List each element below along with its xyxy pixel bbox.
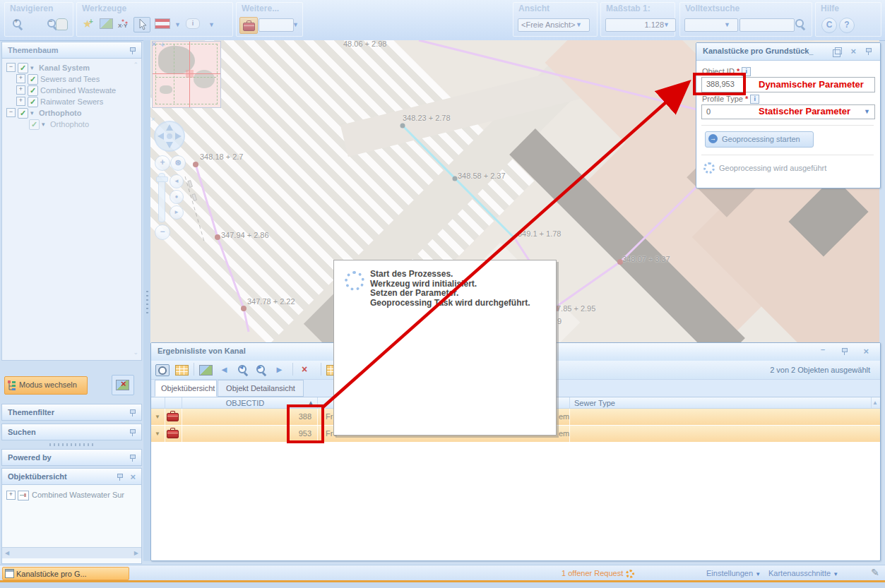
result-table-icon (18, 491, 29, 500)
maptip-balloon-icon[interactable]: i (186, 18, 200, 29)
splitter-grip (146, 291, 148, 316)
massstab-dropdown-icon[interactable]: ▼ (663, 21, 670, 28)
value-cell-fragment: em (559, 412, 569, 421)
divider (701, 125, 874, 126)
themenbaum-tree: −✓▾ Kanal System +✓ Sewers and Tees +✓ C… (1, 59, 142, 361)
group-label: Maßstab 1: (606, 4, 651, 13)
previous-object-icon[interactable]: ◄ (220, 365, 229, 375)
tree-item-orthophoto[interactable]: ✓▾ Orthophoto (2, 119, 141, 131)
tab-objektuebersicht[interactable]: Objektübersicht (155, 380, 217, 397)
toolbar-group-massstab: Maßstab 1: 1.128 ▼ (600, 2, 675, 37)
suchen-panel-header[interactable]: Suchen (1, 424, 142, 440)
powered-by-panel-header[interactable]: Powered by (1, 449, 142, 466)
taskbar: Kanalstücke pro G... 1 offener Request E… (0, 565, 885, 581)
close-icon[interactable]: × (850, 47, 856, 55)
modus-wechseln-button[interactable]: Modus wechseln (4, 376, 88, 395)
column-header-objectid[interactable]: OBJECTID (182, 399, 309, 407)
panel-header[interactable]: Kanalstücke pro Grundstück_ × (696, 43, 880, 61)
volltextsuche-dropdown-icon[interactable]: ▼ (724, 21, 730, 28)
sort-ascending-icon[interactable]: ▲ (308, 400, 314, 406)
scroll-left-icon[interactable]: ◀ (5, 550, 9, 556)
xy-coordinate-icon[interactable]: X·Y (117, 18, 130, 28)
progress-line: Start des Prozesses. (370, 270, 530, 280)
tree-item-sewers-and-tees[interactable]: +✓ Sewers and Tees (2, 74, 141, 85)
zoom-previous-icon[interactable]: ◂ (237, 364, 249, 376)
export-image-icon[interactable] (100, 18, 113, 29)
panel-title: Ergebnisliste von Kanal (158, 347, 246, 355)
mode-tree-icon (8, 380, 16, 390)
pin-icon[interactable] (865, 47, 872, 55)
help-button[interactable]: ? (839, 18, 855, 33)
kanalstuecke-panel: Kanalstücke pro Grundstück_ × Object ID … (696, 42, 881, 188)
chevron-down-icon[interactable]: ▼ (864, 108, 870, 115)
sidebar-splitter[interactable] (143, 40, 150, 561)
window-bottom-edge (0, 582, 885, 588)
restore-icon[interactable] (833, 49, 841, 57)
pin-icon[interactable] (129, 428, 136, 436)
flag-dropdown-icon[interactable]: ▼ (174, 21, 181, 28)
object-id-label: Object ID * i (702, 67, 751, 76)
geoprocessing-toolbox-button[interactable] (239, 17, 258, 34)
pin-icon[interactable] (117, 473, 123, 481)
zoom-to-selection-icon[interactable] (155, 364, 170, 376)
clear-selection-map-button[interactable]: × (112, 375, 134, 395)
next-object-icon[interactable]: ► (275, 365, 284, 375)
weitere-combo[interactable] (259, 18, 294, 32)
tab-objekt-detailansicht[interactable]: Objekt Detailansicht (218, 380, 304, 397)
info-icon[interactable]: i (742, 67, 751, 76)
toolbar-group-hilfe: Hilfe C ? (815, 2, 881, 37)
kartenausschnitte-menu[interactable]: Kartenausschnitte ▼ (768, 569, 838, 577)
splitter-grip[interactable] (49, 443, 95, 446)
close-icon[interactable]: × (130, 473, 136, 481)
row-expander-icon[interactable]: ▼ (155, 431, 160, 437)
open-request-status: 1 offener Request (562, 569, 623, 577)
tree-item-combined-wastewater[interactable]: +✓ Combined Wastewate (2, 85, 141, 97)
column-header-sewer-type[interactable]: Sewer Type (574, 399, 615, 407)
weitere-dropdown-icon[interactable]: ▼ (292, 21, 299, 28)
themenbaum-panel-header[interactable]: Themenbaum (1, 42, 142, 59)
volltextsuche-input[interactable] (740, 18, 795, 32)
taskbar-window-item[interactable]: Kanalstücke pro G... (2, 567, 129, 580)
request-spinner-icon (626, 570, 634, 578)
themenfilter-panel-header[interactable]: Themenfilter (1, 404, 142, 421)
edit-pen-icon[interactable]: ✎ (871, 567, 879, 578)
pin-icon[interactable] (129, 47, 136, 54)
minimize-icon[interactable]: – (821, 345, 825, 354)
search-icon[interactable] (795, 18, 806, 30)
map-view-icon[interactable] (199, 365, 213, 376)
zoom-next-icon[interactable]: ▸ (256, 364, 267, 376)
maptip-dropdown-icon[interactable]: ▼ (208, 21, 215, 28)
progress-spinner-icon (345, 271, 364, 291)
info-icon[interactable]: i (750, 95, 759, 104)
zoom-in-icon[interactable]: + (12, 18, 23, 30)
pin-icon[interactable] (841, 347, 848, 355)
einstellungen-menu[interactable]: Einstellungen ▼ (706, 569, 761, 577)
close-icon[interactable]: × (863, 347, 869, 355)
objektuebersicht-panel-header[interactable]: Objektübersicht × (1, 468, 142, 485)
start-arrow-icon: → (708, 134, 718, 143)
progress-line: Geoprocessing Task wird durchgeführt. (370, 299, 530, 308)
pan-hand-icon[interactable] (56, 18, 68, 30)
ansicht-dropdown-icon[interactable]: ▼ (576, 21, 582, 28)
selection-status: 2 von 2 Objekten ausgewählt (770, 366, 870, 374)
table-view-icon[interactable] (175, 365, 189, 376)
tree-scroll-up-icon[interactable]: ⌃ (133, 61, 138, 68)
pin-icon[interactable] (129, 409, 136, 416)
tree-scroll-down-icon[interactable]: ⌄ (133, 349, 138, 356)
objekt-tree-item[interactable]: + Combined Wastewater Sur (2, 491, 141, 502)
add-favorite-star-icon[interactable]: ★+ (83, 18, 92, 29)
objectid-cell: 953 (182, 429, 311, 438)
horizontal-scrollbar[interactable]: ◀ ▶ (2, 547, 141, 558)
tree-item-kanal-system[interactable]: −✓▾ Kanal System (2, 63, 141, 74)
context-help-button[interactable]: C (821, 18, 837, 33)
geoprocessing-start-button[interactable]: → Geoprocessing starten (705, 131, 814, 148)
austria-flag-icon[interactable] (155, 18, 170, 29)
row-expander-icon[interactable]: ▼ (155, 414, 160, 420)
scroll-right-icon[interactable]: ▶ (134, 550, 138, 556)
pin-icon[interactable] (129, 454, 136, 462)
tree-item-rainwater-sewers[interactable]: +✓ Rainwater Sewers (2, 97, 141, 108)
grid-scroll-up-icon[interactable]: ▲ (872, 400, 878, 406)
select-tool-button[interactable] (133, 17, 150, 32)
remove-selection-icon[interactable]: × (302, 364, 307, 374)
tree-item-orthophoto-group[interactable]: −✓▾ Orthophoto (2, 108, 141, 119)
